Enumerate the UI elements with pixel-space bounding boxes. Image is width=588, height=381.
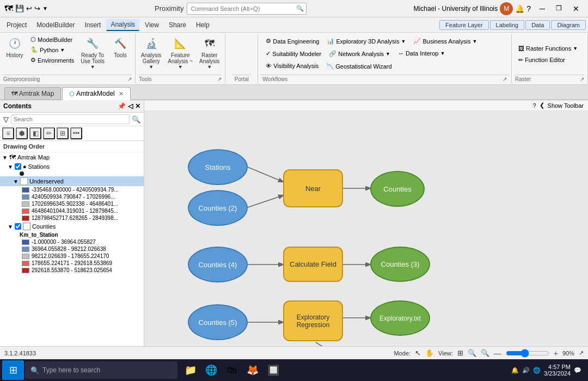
expand-tools-icon[interactable]: ↗	[217, 76, 222, 82]
feature-analysis-button[interactable]: 📐 FeatureAnalysis ~ ▼	[166, 35, 195, 71]
python-button[interactable]: 🐍 Python ▼	[28, 45, 76, 54]
analysis-gallery-button[interactable]: 🔬 AnalysisGallery ▼	[139, 35, 163, 71]
tab-amtrak-map[interactable]: 🗺 Amtrak Map	[4, 87, 61, 100]
help-canvas-icon[interactable]: ?	[532, 102, 536, 109]
taskbar-app-other[interactable]: 🔲	[264, 360, 283, 380]
help-icon[interactable]: ?	[526, 4, 531, 13]
menu-feature-layer-tab[interactable]: Feature Layer	[439, 20, 488, 30]
close-panel-icon[interactable]: ✕	[135, 102, 140, 110]
taskbar-search[interactable]: 🔍 Type here to search	[25, 361, 177, 379]
tools-button[interactable]: 🔨 Tools	[109, 35, 132, 59]
business-analysis-button[interactable]: 📈 Business Analysis ▼	[410, 36, 480, 46]
zoom-minus-icon[interactable]: —	[494, 349, 501, 358]
save-button[interactable]: 💾	[15, 4, 24, 13]
pin-icon[interactable]: 📌	[118, 102, 126, 110]
undo-button[interactable]: ↩	[26, 4, 32, 13]
close-tab-icon[interactable]: ✕	[119, 90, 124, 97]
node-counties4[interactable]: Counties (4)	[188, 247, 248, 282]
environments-button[interactable]: ⚙ Environments	[28, 56, 76, 65]
data-engineering-button[interactable]: ⚙ Data Engineering	[262, 36, 322, 46]
taskbar-app-store[interactable]: 🛍	[222, 360, 242, 380]
command-search-input[interactable]	[187, 3, 307, 15]
cursor-icon[interactable]: ↖	[415, 349, 421, 357]
node-exploratory-out[interactable]: Exploratory.txt	[370, 300, 430, 336]
collapse-icon[interactable]: ◁	[128, 102, 133, 110]
model-canvas[interactable]: Stations Counties (2) Near Counties Coun…	[144, 111, 588, 346]
chevron-icon[interactable]: ❮	[540, 102, 544, 109]
cylinder-icon-button[interactable]: ⬢	[16, 127, 28, 139]
taskbar-app-edge[interactable]: 🌐	[201, 360, 221, 380]
layer-amtrak-map[interactable]: ▼ 🗺 Amtrak Map	[0, 152, 144, 162]
start-button[interactable]: ⊞	[2, 360, 24, 380]
node-counties5[interactable]: Counties (5)	[188, 304, 248, 340]
modelbuilder-button[interactable]: ⬡ ModelBuilder	[28, 35, 76, 44]
node-counties2[interactable]: Counties (2)	[188, 190, 248, 226]
zoom-slider[interactable]	[506, 349, 549, 358]
layer-underserved[interactable]: ▼ Underserved	[0, 176, 144, 186]
taskbar-network-icon[interactable]: 🌐	[533, 367, 541, 374]
node-calculate-field[interactable]: Calculate Field	[283, 247, 343, 282]
stations-checkbox[interactable]	[15, 163, 21, 170]
menu-view[interactable]: View	[140, 20, 163, 30]
expand-raster-icon[interactable]: ↗	[580, 76, 584, 82]
edit-button[interactable]: ✏	[43, 127, 55, 139]
search-run-icon[interactable]: 🔍	[132, 115, 140, 124]
node-near[interactable]: Near	[283, 169, 343, 207]
layer-counties[interactable]: ▼ Counties	[0, 222, 144, 231]
menu-diagram-tab[interactable]: Diagram	[551, 20, 586, 30]
notification-icon[interactable]: 🔔	[515, 4, 524, 13]
node-counties-out[interactable]: Counties	[370, 171, 425, 207]
node-stations[interactable]: Stations	[188, 149, 248, 185]
redo-button[interactable]: ↪	[34, 4, 40, 13]
expand-amtrak-icon[interactable]: ▼	[2, 155, 8, 161]
menu-labeling-tab[interactable]: Labeling	[490, 20, 525, 30]
grid-button[interactable]: ⊞	[57, 127, 69, 139]
filter-icon[interactable]: ▽	[3, 115, 9, 124]
action-center-icon[interactable]: 💬	[574, 367, 581, 374]
minimize-button[interactable]: ─	[535, 3, 549, 14]
expand-underserved-icon[interactable]: ▼	[13, 179, 19, 185]
counties-checkbox[interactable]	[15, 223, 21, 230]
close-button[interactable]: ✕	[568, 3, 584, 14]
expand-counties-icon[interactable]: ▼	[8, 224, 13, 230]
raster-functions-button[interactable]: 🖼 Raster Functions ▼	[515, 44, 584, 53]
zoom-plus-icon[interactable]: +	[554, 349, 558, 358]
dropdown-icon[interactable]: ▼	[42, 5, 48, 11]
menu-analysis[interactable]: Analysis	[106, 19, 139, 31]
taskbar-notification-icon[interactable]: 🔔	[511, 367, 519, 374]
list-view-button[interactable]: ≡	[2, 127, 14, 139]
function-editor-button[interactable]: ✏ Function Editor	[515, 55, 584, 65]
expand-geoprocessing-icon[interactable]: ↗	[127, 76, 132, 82]
zoom-in-icon[interactable]: 🔍	[468, 349, 476, 357]
search-input[interactable]	[11, 114, 130, 124]
layer-stations[interactable]: ▼ ● Stations	[0, 162, 144, 171]
expand-stations-icon[interactable]: ▼	[8, 164, 13, 170]
ready-to-use-button[interactable]: 🔧 Ready ToUse Tools ▼	[78, 35, 107, 71]
hand-icon[interactable]: ✋	[425, 349, 434, 357]
menu-share[interactable]: Share	[164, 20, 191, 30]
restore-button[interactable]: ❐	[552, 3, 566, 14]
visibility-analysis-button[interactable]: 👁 Visibility Analysis	[262, 61, 322, 71]
expand-workflows-icon[interactable]: ↗	[503, 76, 509, 82]
view-icon1[interactable]: ⊞	[457, 349, 463, 357]
show-toolbar-label[interactable]: Show Toolbar	[548, 102, 584, 109]
suitability-modeler-button[interactable]: ✓ Suitability Modeler	[262, 48, 324, 59]
taskbar-app-firefox[interactable]: 🦊	[243, 360, 262, 380]
taskbar-volume-icon[interactable]: 🔊	[522, 367, 530, 374]
menu-project[interactable]: Project	[2, 20, 31, 30]
node-exploratory-regression[interactable]: Exploratory Regression	[283, 300, 343, 341]
menu-help[interactable]: Help	[192, 20, 214, 30]
geostatistical-wizard-button[interactable]: 📉 Geostatistical Wizard	[323, 61, 395, 71]
expand-statusbar-icon[interactable]: ↗	[579, 349, 584, 357]
menu-insert[interactable]: Insert	[80, 20, 105, 30]
raster-analysis-button[interactable]: 🗺 RasterAnalysis ▼	[197, 35, 222, 71]
history-button[interactable]: 🕐 History	[3, 35, 26, 59]
more-button[interactable]: •••	[70, 127, 82, 139]
taskbar-app-explorer[interactable]: 📁	[181, 360, 200, 380]
data-interop-button[interactable]: ↔ Data Interop ▼	[395, 48, 448, 58]
network-analysis-button[interactable]: 🔗 Network Analysis ▼	[326, 48, 394, 59]
menu-modelbuilder[interactable]: ModelBuilder	[32, 20, 79, 30]
tab-amtrak-model[interactable]: ⬡ AmtrakModel ✕	[62, 87, 131, 100]
layer-toggle-button[interactable]: ◧	[29, 127, 41, 139]
menu-data-tab[interactable]: Data	[525, 20, 550, 30]
